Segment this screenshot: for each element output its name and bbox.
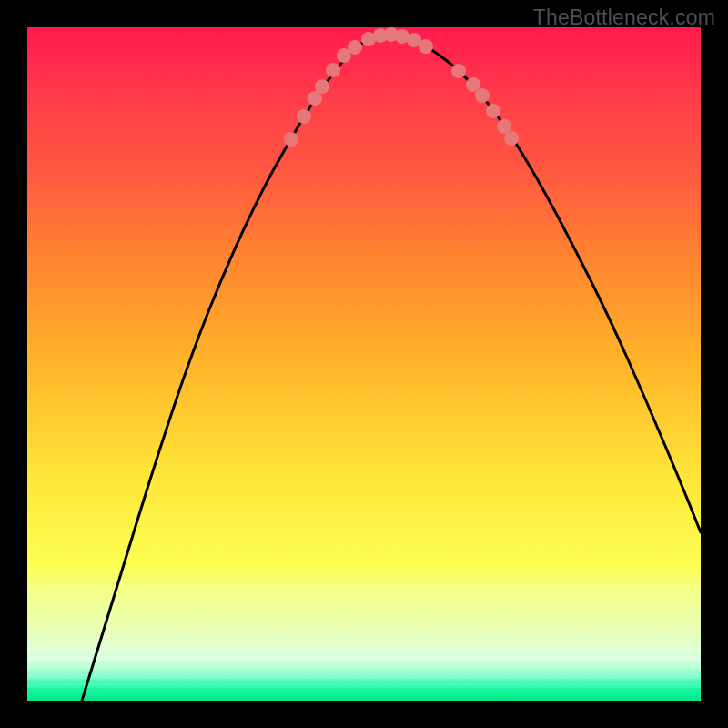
plot-area	[27, 27, 701, 701]
marker-dot	[451, 64, 466, 78]
chart-stage: TheBottleneck.com	[0, 0, 728, 728]
marker-dot	[297, 109, 311, 124]
marker-dot	[284, 132, 298, 147]
marker-dot	[486, 104, 500, 118]
marker-dot	[504, 131, 519, 146]
curve-svg	[27, 27, 701, 701]
curve-path	[82, 35, 701, 701]
marker-dot	[348, 40, 362, 55]
markers-group	[284, 27, 519, 147]
watermark-text: TheBottleneck.com	[533, 5, 715, 30]
marker-dot	[419, 39, 433, 54]
curve-line-group	[82, 35, 701, 701]
marker-dot	[315, 79, 329, 94]
marker-dot	[475, 88, 490, 103]
marker-dot	[326, 63, 340, 77]
